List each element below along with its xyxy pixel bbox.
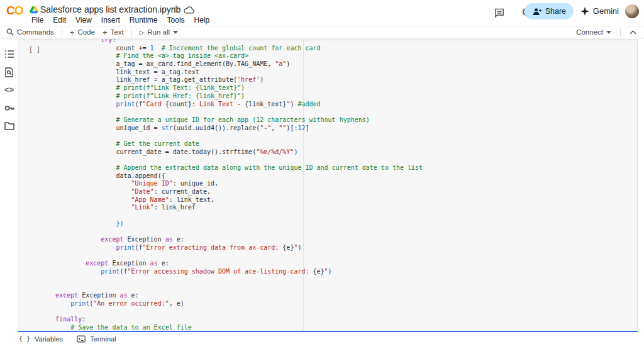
cloud-save-icon — [184, 6, 194, 14]
terminal-button[interactable]: Terminal — [77, 335, 116, 343]
gemini-label: Gemini — [593, 6, 619, 16]
table-of-contents-icon[interactable] — [4, 49, 14, 59]
header: CO Salesforce apps list extraction.ipynb… — [0, 0, 644, 26]
code-line[interactable] — [40, 212, 423, 220]
code-line[interactable]: finally: — [40, 316, 423, 324]
menu-insert[interactable]: Insert — [101, 16, 120, 25]
code-line[interactable] — [40, 308, 423, 316]
code-line[interactable]: unique_id = str(uuid.uuid4()).replace("-… — [40, 125, 423, 133]
plus-icon: + — [70, 28, 75, 37]
menu-file[interactable]: File — [31, 16, 43, 25]
code-line[interactable]: link_text = a_tag.text — [40, 69, 423, 77]
chevron-up-icon — [630, 30, 636, 35]
code-line[interactable]: # print(f"Link Href: {link_href}") — [40, 92, 423, 101]
code-line[interactable]: except Exception as e: — [40, 260, 423, 268]
code-line[interactable]: except Exception as e: — [40, 292, 423, 300]
menu-tools[interactable]: Tools — [167, 16, 185, 25]
code-line[interactable]: a_tag = ax_card.find_element(By.TAG_NAME… — [40, 60, 423, 69]
code-line[interactable]: "App Name": link_text, — [40, 196, 423, 204]
code-line[interactable] — [40, 252, 423, 260]
code-editor[interactable]: try: count += 1 # Increment the global c… — [19, 39, 423, 331]
chevron-down-icon — [606, 31, 611, 34]
menubar: File Edit View Insert Runtime Tools Help — [31, 16, 209, 25]
toolbar-divider — [620, 28, 621, 36]
code-line[interactable]: link_href = a_tag.get_attribute('href') — [40, 76, 423, 84]
code-line[interactable] — [40, 132, 423, 140]
notebook-toolbar: Commands + Code + Text ▷ Run all Connect — [0, 26, 644, 38]
code-line[interactable]: # Generate a unique ID for each app (12 … — [40, 116, 423, 125]
code-line[interactable]: # Save the data to an Excel file — [40, 324, 423, 331]
add-text-button[interactable]: + Text — [103, 28, 124, 37]
collapse-header-button[interactable] — [630, 30, 636, 35]
search-icon — [6, 28, 14, 36]
drive-icon — [30, 6, 38, 14]
left-sidebar: <> — [0, 39, 19, 333]
variables-button[interactable]: { } Variables — [19, 335, 63, 343]
code-line[interactable]: "Unique ID": unique_id, — [40, 180, 423, 188]
toolbar-divider — [131, 28, 132, 36]
comments-icon[interactable] — [494, 8, 504, 18]
notebook-scroll-area[interactable]: [ ] try: count += 1 # Increment the glob… — [19, 39, 637, 331]
vertical-scrollbar[interactable] — [637, 39, 644, 331]
plus-icon: + — [103, 28, 108, 37]
code-line[interactable]: # Get the current date — [40, 140, 423, 148]
code-line[interactable] — [40, 156, 423, 164]
code-line[interactable] — [40, 228, 423, 236]
account-avatar[interactable] — [625, 4, 639, 18]
share-button[interactable]: Share — [525, 3, 574, 19]
menu-help[interactable]: Help — [194, 16, 210, 25]
person-add-icon — [532, 8, 541, 16]
code-line[interactable] — [40, 284, 423, 292]
code-line[interactable] — [40, 108, 423, 116]
bottom-bar: { } Variables Terminal — [0, 333, 644, 344]
star-icon[interactable]: ☆ — [172, 4, 180, 15]
sparkle-icon — [580, 7, 589, 16]
find-replace-icon[interactable] — [4, 67, 14, 77]
notebook-title[interactable]: Salesforce apps list extraction.ipynb — [40, 4, 180, 14]
commands-button[interactable]: Commands — [6, 28, 54, 36]
code-line[interactable]: "Date": current_date, — [40, 188, 423, 196]
code-line[interactable]: try: — [40, 39, 423, 45]
add-code-button[interactable]: + Code — [70, 28, 95, 37]
run-all-button[interactable]: ▷ Run all — [140, 28, 179, 36]
code-line[interactable]: except Exception as e: — [40, 236, 423, 244]
secrets-key-icon[interactable] — [4, 103, 14, 113]
menu-runtime[interactable]: Runtime — [130, 16, 158, 25]
terminal-icon — [77, 335, 86, 343]
code-line[interactable]: count += 1 # Increment the global count … — [40, 45, 423, 53]
cell-focus-line — [18, 331, 638, 332]
code-line[interactable]: "Link": link_href — [40, 204, 423, 212]
code-line[interactable]: data.append({ — [40, 172, 423, 180]
share-label: Share — [545, 7, 566, 16]
code-line[interactable]: }) — [40, 220, 423, 228]
toolbar-divider — [62, 28, 62, 36]
colab-app: CO Salesforce apps list extraction.ipynb… — [0, 0, 644, 344]
code-line[interactable]: print("An error occurred:", e) — [40, 300, 423, 308]
menu-view[interactable]: View — [75, 16, 92, 25]
gemini-button[interactable]: Gemini — [580, 6, 619, 16]
play-icon: ▷ — [140, 29, 145, 36]
braces-icon: { } — [19, 335, 30, 342]
files-folder-icon[interactable] — [4, 121, 14, 131]
chevron-down-icon — [173, 31, 178, 34]
code-line[interactable]: print(f"Error accessing shadow DOM of ac… — [40, 268, 423, 276]
colab-logo[interactable]: CO — [6, 4, 23, 18]
code-line[interactable]: # Find the <a> tag inside <ax-card> — [40, 52, 423, 60]
code-line[interactable] — [40, 276, 423, 284]
code-line[interactable]: # Append the extracted data along with t… — [40, 164, 423, 172]
code-line[interactable]: print(f"Error extracting data from ax-ca… — [40, 244, 423, 252]
menu-edit[interactable]: Edit — [53, 16, 66, 25]
code-line[interactable]: current_date = date.today().strftime("%m… — [40, 148, 423, 157]
code-snippets-icon[interactable]: <> — [4, 86, 14, 96]
code-line[interactable]: # print(f"Link Text: {link_text}") — [40, 84, 423, 92]
connect-button[interactable]: Connect — [576, 28, 611, 36]
code-line[interactable]: print(f"Card {count}: Link Text - {link_… — [40, 101, 423, 109]
